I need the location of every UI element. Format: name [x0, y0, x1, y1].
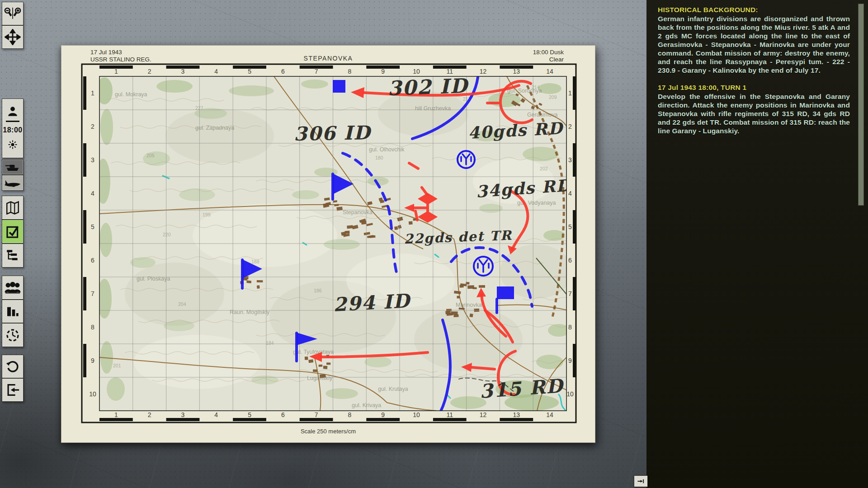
grid-number-top: 13: [513, 68, 520, 75]
town-block: [472, 287, 476, 289]
grid-number-top: 14: [546, 68, 553, 75]
place-label: gul. Mokraya: [115, 91, 147, 98]
timer-button[interactable]: [2, 323, 24, 347]
vegetation-patch: [179, 188, 215, 201]
briefing-panel: HISTORICAL BACKGROUND: German infantry d…: [646, 0, 868, 488]
commander-icon: [7, 106, 19, 117]
status-panel: 18:00: [2, 99, 24, 158]
turn-heading: 17 Jul 1943 18:00, TURN 1: [658, 84, 850, 92]
vegetation-patch: [301, 80, 328, 89]
town-block: [445, 311, 451, 314]
grid-number-top: 2: [148, 68, 151, 75]
grid-number-left: 1: [91, 89, 94, 97]
briefing-scrollbar[interactable]: [858, 4, 864, 206]
grid-number-bottom: 11: [446, 411, 453, 418]
air-units-button[interactable]: [2, 175, 24, 191]
vegetation-patch: [164, 320, 194, 331]
grid-number-left: 8: [91, 324, 94, 331]
vegetation-patch: [324, 239, 360, 250]
grid-number-left: 10: [89, 390, 96, 398]
grid-number-left: 2: [91, 123, 94, 130]
grid-number-right: 2: [568, 123, 572, 130]
exit-door-icon: [5, 382, 20, 398]
place-label: gul. Zapadnaya: [195, 125, 234, 131]
ground-units-button[interactable]: [2, 159, 24, 175]
town-block: [257, 285, 260, 289]
town-block: [409, 221, 413, 225]
frame-stripe: [83, 344, 86, 377]
grid-number-right: 10: [566, 390, 574, 398]
frame-stripe: [166, 418, 200, 421]
frame-stripe: [99, 418, 133, 421]
grid-number-right: 4: [568, 190, 572, 197]
background-text: German infantry divisions are disorganiz…: [658, 14, 850, 75]
hill-shade: [414, 308, 523, 371]
airplane-icon: [4, 178, 21, 188]
town-block: [319, 365, 322, 367]
grid-number-left: 6: [91, 257, 94, 264]
grid-number-top: 9: [381, 68, 385, 75]
place-label: gul. Krivaya: [352, 402, 381, 408]
vegetation-patch: [479, 204, 503, 213]
vegetation-patch: [251, 375, 278, 385]
operational-map[interactable]: 2272051992202041881861842012132142092021…: [61, 46, 596, 443]
place-label: Gerasimova: [527, 112, 557, 118]
briefing-tasks-button[interactable]: [2, 220, 24, 244]
grid-number-bottom: 7: [315, 411, 318, 418]
town-block: [345, 230, 350, 234]
grid-number-right: 9: [568, 357, 572, 364]
grid-number-left: 7: [91, 290, 94, 297]
grid-number-left: 4: [91, 190, 94, 197]
place-label: Marinovka: [456, 302, 482, 308]
statistics-button[interactable]: [2, 300, 24, 323]
town-block: [479, 285, 485, 288]
grid-number-right: 5: [568, 223, 572, 230]
end-turn-icon: [637, 477, 645, 486]
org-structure-button[interactable]: [2, 244, 24, 267]
grid-number-top: 12: [480, 68, 487, 75]
vegetation-patch: [292, 190, 319, 199]
zoom-in-out-icon: [4, 6, 22, 21]
frame-stripe: [573, 210, 576, 244]
grid-number-bottom: 10: [413, 411, 420, 418]
end-turn-button[interactable]: [634, 475, 648, 487]
divider: [6, 121, 19, 122]
game-time: 18:00: [3, 126, 22, 134]
grid-number-right: 1: [568, 89, 572, 97]
elevation-label: 199: [203, 212, 211, 217]
elevation-label: 204: [178, 301, 186, 307]
vegetation-patch: [107, 377, 125, 401]
paper-map-sheet: 17 Jul 1943 USSR STALINO REG. STEPANOVKA…: [61, 45, 595, 443]
restart-button[interactable]: [2, 355, 24, 378]
frame-stripe: [500, 418, 533, 421]
map-view-button[interactable]: [2, 196, 24, 220]
unit-label: 294 ID: [333, 290, 412, 316]
place-label: gul. Krutaya: [378, 386, 408, 392]
vegetation-patch: [364, 357, 392, 367]
frame-stripe: [573, 344, 576, 377]
grid-number-bottom: 8: [348, 411, 351, 418]
place-label: Raun. Mogilskiy: [230, 309, 270, 315]
refresh-icon: [5, 359, 20, 374]
personnel-button[interactable]: [2, 276, 24, 300]
move-arrows-icon: [5, 29, 21, 45]
vegetation-patch: [536, 355, 563, 369]
turn-text: Develop the offensive in the Stepanovka …: [658, 92, 850, 135]
grid-number-left: 5: [91, 223, 94, 230]
grid-number-top: 6: [281, 68, 285, 75]
vegetation-patch: [96, 77, 113, 104]
place-label: gul. Olhovchik: [369, 146, 405, 153]
pan-button[interactable]: [2, 25, 24, 49]
grid-number-left: 9: [91, 357, 94, 364]
frame-stripe: [83, 143, 86, 177]
elevation-label: 205: [146, 153, 155, 158]
town-block: [313, 369, 317, 372]
grid-number-top: 10: [413, 68, 420, 75]
grid-number-bottom: 14: [546, 411, 553, 418]
grid-number-right: 7: [568, 290, 572, 297]
elevation-label: 202: [540, 166, 548, 171]
place-label: hill Gruzhevka: [415, 105, 451, 112]
town-block: [305, 357, 308, 360]
zoom-button[interactable]: [2, 2, 24, 25]
exit-button[interactable]: [2, 378, 24, 402]
